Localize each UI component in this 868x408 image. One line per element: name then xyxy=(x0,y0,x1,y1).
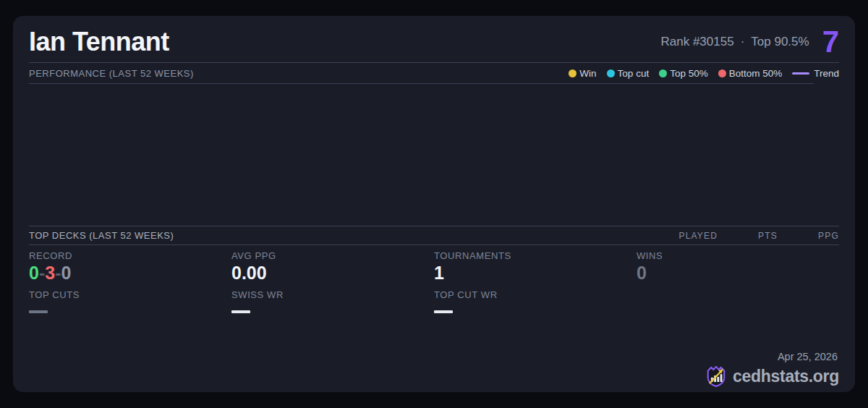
stat-cell-wins: WINS 0 xyxy=(637,250,839,313)
rank-separator-dot: · xyxy=(741,35,745,49)
header-right: Rank #30155 · Top 90.5% 7 xyxy=(660,27,839,57)
player-name: Ian Tennant xyxy=(29,27,169,57)
wins-label: WINS xyxy=(637,250,839,261)
record-separator: - xyxy=(39,263,45,283)
legend-item-win: Win xyxy=(569,68,596,79)
top-cuts-label: TOP CUTS xyxy=(29,289,231,300)
swiss-wr-label: SWISS WR xyxy=(231,289,434,300)
performance-chart-empty xyxy=(13,84,855,226)
player-stats-card: Ian Tennant Rank #30155 · Top 90.5% 7 PE… xyxy=(13,16,855,392)
performance-header-row: PERFORMANCE (LAST 52 WEEKS) Win Top cut … xyxy=(13,63,855,83)
top-cut-wr-empty-value xyxy=(434,310,453,313)
top-cut-wr-label: TOP CUT WR xyxy=(434,289,637,300)
top-decks-section-title: TOP DECKS (LAST 52 WEEKS) xyxy=(29,230,174,241)
record-draws: 0 xyxy=(61,263,71,283)
win-dot-icon xyxy=(569,69,576,77)
column-played: PLAYED xyxy=(678,231,718,241)
card-header: Ian Tennant Rank #30155 · Top 90.5% 7 xyxy=(13,16,855,62)
legend-item-top-cut: Top cut xyxy=(607,68,650,79)
legend-item-top-50: Top 50% xyxy=(659,68,708,79)
legend-item-bottom-50: Bottom 50% xyxy=(718,68,783,79)
legend-item-trend: Trend xyxy=(792,68,839,79)
chart-legend: Win Top cut Top 50% Bottom 50% Trend xyxy=(569,68,839,79)
bottom-50-dot-icon xyxy=(718,69,726,77)
record-wins: 0 xyxy=(29,263,39,283)
brand-link[interactable]: cedhstats.org xyxy=(705,365,839,388)
cedhstats-logo-icon xyxy=(705,365,727,388)
page: { "header": { "player_name": "Ian Tennan… xyxy=(0,0,868,408)
performance-section-title: PERFORMANCE (LAST 52 WEEKS) xyxy=(29,68,194,79)
trend-line-icon xyxy=(792,72,809,75)
record-value: 0-3-0 xyxy=(29,263,231,284)
wins-value: 0 xyxy=(637,263,839,284)
legend-label: Top cut xyxy=(618,68,650,79)
swiss-wr-empty-value xyxy=(231,310,250,313)
top-decks-columns: PLAYED PTS PPG xyxy=(678,231,839,241)
top-decks-header-row: TOP DECKS (LAST 52 WEEKS) PLAYED PTS PPG xyxy=(13,226,855,245)
percentile-label: Top 90.5% xyxy=(751,35,809,49)
player-score: 7 xyxy=(822,27,839,57)
record-losses: 3 xyxy=(45,263,55,283)
tournaments-label: TOURNAMENTS xyxy=(434,250,637,261)
stats-grid: RECORD 0-3-0 TOP CUTS AVG PPG 0.00 SWISS… xyxy=(13,245,855,392)
top-50-dot-icon xyxy=(659,69,667,77)
branding-block: Apr 25, 2026 cedhstats.org xyxy=(705,351,839,388)
stat-cell-tournaments: TOURNAMENTS 1 TOP CUT WR xyxy=(434,250,637,313)
column-ppg: PPG xyxy=(818,231,839,241)
brand-name: cedhstats.org xyxy=(733,367,839,386)
rank-label: Rank #30155 xyxy=(660,35,733,49)
rank-line: Rank #30155 · Top 90.5% xyxy=(660,35,809,49)
avg-ppg-label: AVG PPG xyxy=(231,250,434,261)
column-pts: PTS xyxy=(758,231,778,241)
record-label: RECORD xyxy=(29,250,231,261)
tournaments-value: 1 xyxy=(434,263,637,284)
top-cut-dot-icon xyxy=(607,69,615,77)
legend-label: Top 50% xyxy=(670,68,708,79)
top-cuts-empty-value xyxy=(29,310,48,313)
stat-cell-record: RECORD 0-3-0 TOP CUTS xyxy=(29,250,231,313)
card-date: Apr 25, 2026 xyxy=(705,351,839,362)
legend-label: Bottom 50% xyxy=(729,68,783,79)
legend-label: Trend xyxy=(814,68,839,79)
stat-cell-avg-ppg: AVG PPG 0.00 SWISS WR xyxy=(231,250,434,313)
legend-label: Win xyxy=(579,68,596,79)
avg-ppg-value: 0.00 xyxy=(231,263,434,284)
